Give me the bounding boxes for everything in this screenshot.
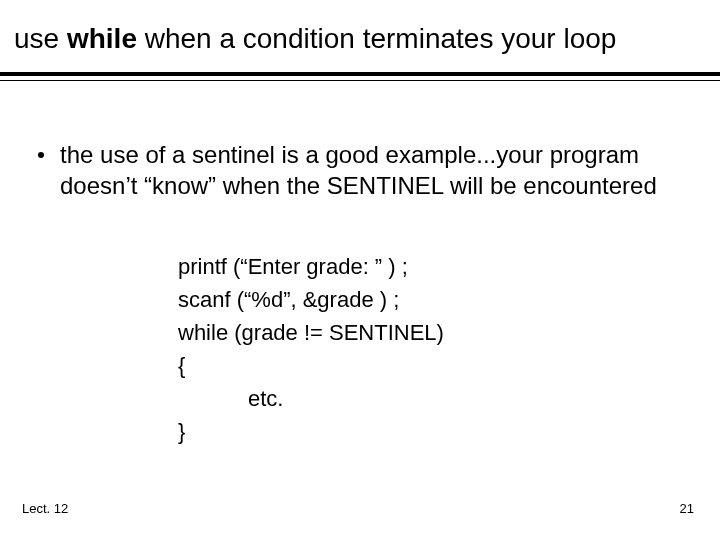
footer-page-number: 21 (680, 501, 694, 516)
code-line-6: } (178, 415, 444, 448)
divider-thin (0, 80, 720, 81)
code-line-5: etc. (178, 382, 444, 415)
title-post: when a condition terminates your loop (137, 23, 616, 54)
code-line-4: { (178, 349, 444, 382)
bullet-item: the use of a sentinel is a good example.… (38, 140, 680, 201)
slide: use while when a condition terminates yo… (0, 0, 720, 540)
divider-thick (0, 72, 720, 76)
code-line-2: scanf (“%d”, &grade ) ; (178, 283, 444, 316)
body: the use of a sentinel is a good example.… (38, 140, 680, 201)
slide-title: use while when a condition terminates yo… (14, 22, 706, 56)
code-line-1: printf (“Enter grade: ” ) ; (178, 250, 444, 283)
title-pre: use (14, 23, 67, 54)
footer-lecture: Lect. 12 (22, 501, 68, 516)
code-block: printf (“Enter grade: ” ) ; scanf (“%d”,… (178, 250, 444, 448)
bullet-text: the use of a sentinel is a good example.… (60, 140, 680, 201)
code-line-3: while (grade != SENTINEL) (178, 316, 444, 349)
bullet-dot-icon (38, 152, 44, 158)
title-keyword: while (67, 23, 137, 54)
